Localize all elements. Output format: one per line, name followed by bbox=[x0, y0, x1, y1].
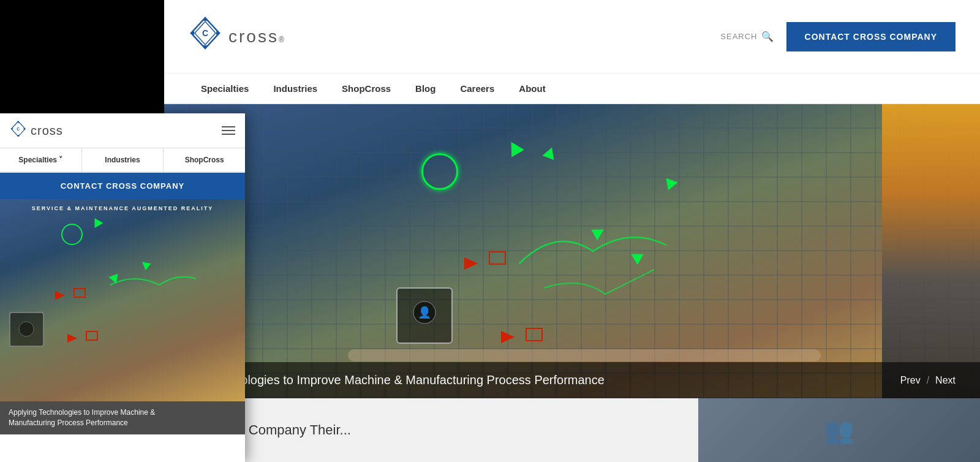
mobile-header: C cross bbox=[0, 113, 245, 148]
machinery-bar bbox=[882, 104, 980, 398]
nav-item-about[interactable]: About bbox=[507, 74, 557, 104]
mobile-cross-logo-icon: C bbox=[10, 121, 27, 140]
mobile-hero-label: SERVICE & MAINTENANCE AUGMENTED REALITY bbox=[0, 205, 245, 211]
mobile-nav-shopcross[interactable]: ShopCross bbox=[164, 148, 245, 172]
svg-text:C: C bbox=[17, 127, 20, 131]
search-icon[interactable]: 🔍 bbox=[761, 31, 774, 42]
mobile-contact-button[interactable]: CONTACT CROSS COMPANY bbox=[0, 173, 245, 199]
nav-divider: / bbox=[927, 375, 929, 386]
hamburger-line-2 bbox=[222, 130, 235, 131]
hero-caption: ing Technologies to Improve Machine & Ma… bbox=[164, 362, 980, 398]
prev-button[interactable]: Prev bbox=[900, 375, 921, 386]
mobile-overlay: C cross Specialties ˅ Industries ShopCro… bbox=[0, 113, 245, 462]
header-right: SEARCH 🔍 CONTACT CROSS COMPANY bbox=[720, 22, 956, 51]
contact-button[interactable]: CONTACT CROSS COMPANY bbox=[786, 22, 956, 51]
logo-area[interactable]: C cross® bbox=[189, 17, 284, 56]
hero-background bbox=[164, 104, 980, 398]
search-area[interactable]: SEARCH 🔍 bbox=[720, 31, 774, 42]
below-hero-image: 👥 bbox=[698, 398, 980, 462]
mobile-nav-industries[interactable]: Industries bbox=[82, 148, 164, 172]
nav-item-shopcross[interactable]: ShopCross bbox=[330, 74, 403, 104]
next-button[interactable]: Next bbox=[935, 375, 956, 386]
mobile-hero: SERVICE & MAINTENANCE AUGMENTED REALITY bbox=[0, 199, 245, 401]
mobile-nav: Specialties ˅ Industries ShopCross bbox=[0, 148, 245, 173]
hero-section: 👤 ing Technologies to Improve Machine & … bbox=[164, 104, 980, 398]
mobile-logo[interactable]: C cross bbox=[10, 121, 63, 140]
mobile-ar-lines bbox=[0, 199, 245, 401]
svg-point-17 bbox=[19, 322, 34, 336]
hamburger-line-1 bbox=[222, 126, 235, 127]
hero-navigation: Prev / Next bbox=[900, 375, 956, 386]
mobile-caption-line2: Manufacturing Process Performance bbox=[9, 418, 128, 427]
hamburger-menu[interactable] bbox=[222, 126, 235, 135]
svg-text:C: C bbox=[202, 28, 208, 38]
logo-text: cross® bbox=[228, 27, 284, 47]
search-label: SEARCH bbox=[720, 32, 757, 41]
mobile-caption: Applying Technologies to Improve Machine… bbox=[0, 401, 245, 434]
main-site: C cross® SEARCH 🔍 CONTACT CROSS COMPANY bbox=[164, 0, 980, 462]
hero-caption-text: ing Technologies to Improve Machine & Ma… bbox=[189, 373, 605, 387]
main-nav: Specialties Industries ShopCross Blog Ca… bbox=[164, 74, 980, 104]
nav-item-specialties[interactable]: Specialties bbox=[189, 74, 261, 104]
header: C cross® SEARCH 🔍 CONTACT CROSS COMPANY bbox=[164, 0, 980, 74]
mobile-nav-specialties[interactable]: Specialties ˅ bbox=[0, 148, 82, 172]
mobile-logo-text: cross bbox=[31, 124, 63, 138]
hamburger-line-3 bbox=[222, 134, 235, 135]
nav-item-industries[interactable]: Industries bbox=[261, 74, 330, 104]
cross-logo-icon: C bbox=[189, 17, 222, 56]
nav-item-blog[interactable]: Blog bbox=[403, 74, 448, 104]
mobile-ar-overlay bbox=[0, 199, 245, 401]
mobile-caption-line1: Applying Technologies to Improve Machine… bbox=[9, 408, 155, 417]
nav-item-careers[interactable]: Careers bbox=[448, 74, 507, 104]
below-hero: ies Cross Company Their... 👥 bbox=[164, 398, 980, 462]
